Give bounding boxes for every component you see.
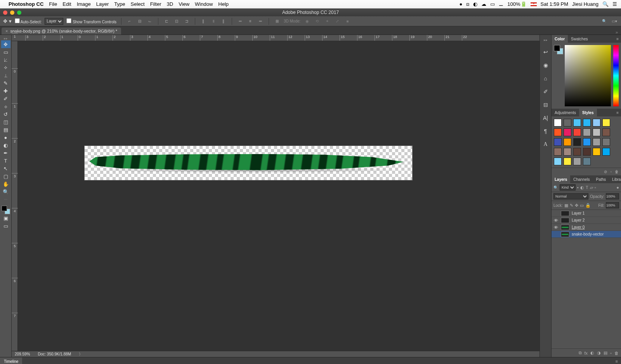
filter-search-icon[interactable]: 🔍 (553, 185, 558, 190)
color-field[interactable] (565, 45, 611, 106)
layer-row[interactable]: Layer 1 (552, 210, 621, 217)
layer-thumb[interactable] (561, 218, 569, 223)
minimize-window-icon[interactable] (10, 10, 14, 15)
style-swatch[interactable] (554, 128, 562, 136)
quickmask-tool[interactable]: ▣ (1, 214, 10, 222)
screenmode-tool[interactable]: ▭ (1, 222, 10, 230)
delete-style-icon[interactable]: 🗑 (615, 170, 619, 174)
menu-layer[interactable]: Layer (96, 1, 109, 7)
align-bottom-icon[interactable]: ⌙ (146, 18, 153, 25)
menu-edit[interactable]: Edit (62, 1, 71, 7)
layer-thumb[interactable] (561, 225, 569, 230)
style-swatch[interactable] (593, 138, 600, 146)
cloud-icon[interactable]: ☁ (481, 1, 486, 7)
tools-collapse-icon[interactable]: ▸▸ (4, 36, 8, 40)
3d-icon-3[interactable]: ✦ (324, 18, 331, 25)
link-layers-icon[interactable]: ⧉ (579, 350, 582, 355)
lock-all-icon[interactable]: 🔒 (585, 203, 591, 208)
history-icon[interactable]: ↩ (543, 49, 548, 55)
align-left-icon[interactable]: ⊏ (163, 18, 170, 25)
distribute-4-icon[interactable]: ═ (237, 18, 244, 25)
menu-window[interactable]: Window (195, 1, 213, 7)
layer-name[interactable]: Layer 1 (572, 211, 585, 215)
style-swatch[interactable] (573, 158, 581, 165)
edit-toolbar-icon[interactable]: ⋯ (1, 196, 10, 203)
dock-collapse-icon[interactable]: ▸▸ (544, 38, 548, 42)
heal-tool[interactable]: ✚ (1, 87, 10, 95)
3d-icon-5[interactable]: ■ (344, 18, 351, 25)
wifi-icon[interactable]: ⚊ (499, 1, 503, 7)
status-icon[interactable]: ● (459, 1, 462, 7)
visibility-icon[interactable]: 👁 (553, 225, 559, 230)
lock-paint-icon[interactable]: ✎ (570, 203, 573, 208)
style-swatch[interactable] (564, 158, 571, 165)
close-tab-icon[interactable]: × (5, 29, 8, 33)
mask-icon[interactable]: ◐ (590, 350, 594, 355)
tab-styles[interactable]: Styles (579, 109, 597, 116)
document-tab[interactable]: × snake-body.png @ 210% (snake-body-vect… (2, 28, 121, 35)
auto-select-dropdown[interactable]: Layer (45, 18, 63, 25)
tab-color[interactable]: Color (552, 35, 568, 43)
zoom-tool[interactable]: 🔍 (1, 188, 10, 196)
status-more-icon[interactable]: 〉 (79, 352, 83, 357)
tab-timeline[interactable]: Timeline (0, 357, 22, 364)
search-icon[interactable]: 🔍 (601, 18, 608, 25)
tab-paths[interactable]: Paths (593, 175, 609, 183)
hand-tool[interactable]: ✋ (1, 180, 10, 188)
style-swatch[interactable] (573, 128, 581, 136)
adj-layer-icon[interactable]: ◑ (597, 350, 601, 355)
style-swatch[interactable] (554, 158, 562, 165)
align-top-icon[interactable]: ⌐ (126, 18, 133, 25)
pen-tool[interactable]: ✒ (1, 149, 10, 157)
no-style-icon[interactable]: ⊘ (604, 170, 607, 174)
distribute-5-icon[interactable]: ≡ (247, 18, 254, 25)
3d-icon-1[interactable]: ◉ (304, 18, 310, 25)
fx-icon[interactable]: fx (585, 351, 588, 355)
path-select-tool[interactable]: ↖ (1, 165, 10, 172)
clock[interactable]: Sat 1:59 PM (541, 1, 569, 7)
menu-select[interactable]: Select (130, 1, 144, 7)
align-right-icon[interactable]: ⊐ (183, 18, 190, 25)
delete-layer-icon[interactable]: 🗑 (614, 351, 619, 355)
tab-channels[interactable]: Channels (570, 175, 593, 183)
brushes-icon[interactable]: ⌂ (544, 75, 547, 81)
dodge-tool[interactable]: ◐ (1, 141, 10, 149)
gradient-tool[interactable]: ▤ (1, 126, 10, 133)
style-swatch[interactable] (554, 119, 562, 127)
style-swatch[interactable] (583, 128, 591, 136)
user-name[interactable]: Jiesi Huang (572, 1, 598, 7)
lock-pos-icon[interactable]: ✥ (575, 203, 578, 208)
layer-name[interactable]: Layer 2 (572, 218, 585, 222)
style-swatch[interactable] (593, 148, 600, 156)
style-swatch[interactable] (573, 119, 581, 127)
lock-trans-icon[interactable]: ▦ (564, 203, 568, 208)
brush-tool[interactable]: ✐ (1, 95, 10, 102)
group-icon[interactable]: ▤ (604, 350, 607, 355)
workspace-icon[interactable]: ▭▾ (611, 18, 618, 25)
layer-thumb[interactable]: ▫ (561, 232, 569, 237)
align-hcenter-icon[interactable]: ⊡ (173, 18, 180, 25)
shape-tool[interactable]: ▢ (1, 172, 10, 180)
menu-3d[interactable]: 3D (167, 1, 173, 7)
brush-presets-icon[interactable]: ✐ (543, 88, 548, 95)
menu-file[interactable]: File (49, 1, 57, 7)
ruler-vertical[interactable]: 101234567 (12, 41, 18, 351)
new-layer-icon[interactable]: ▫ (610, 351, 612, 355)
style-swatch[interactable] (593, 128, 600, 136)
menu-filter[interactable]: Filter (150, 1, 161, 7)
menu-type[interactable]: Type (114, 1, 125, 7)
auto-select-checkbox[interactable]: Auto-Select: (15, 18, 42, 24)
filter-adj-icon[interactable]: ◐ (580, 185, 584, 190)
app-name[interactable]: Photoshop CC (9, 1, 43, 7)
layer-name[interactable]: Layer 0 (572, 225, 585, 229)
style-swatch[interactable] (554, 148, 562, 156)
color-fgbg[interactable] (554, 45, 563, 54)
3d-icon-4[interactable]: ⤢ (334, 18, 341, 25)
tabs-overflow-icon[interactable]: » (612, 30, 621, 35)
menu-icon[interactable]: ☰ (612, 1, 617, 7)
style-swatch[interactable] (554, 138, 562, 146)
lasso-tool[interactable]: ⟀ (1, 56, 10, 64)
style-swatch[interactable] (602, 148, 610, 156)
character-icon[interactable]: A| (543, 115, 548, 121)
battery-text[interactable]: 100% 🔋 (507, 1, 526, 7)
